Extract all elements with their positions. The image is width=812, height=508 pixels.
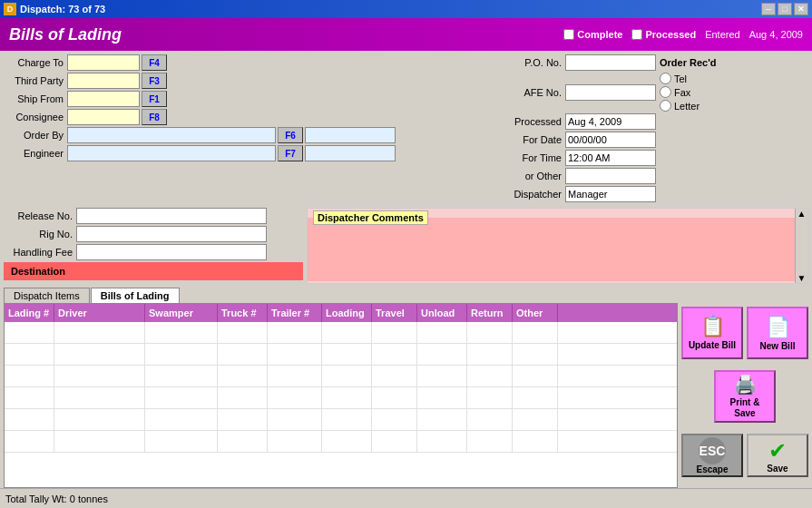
processed-checkbox[interactable] [631,29,642,40]
tel-radio[interactable] [660,73,671,84]
po-no-input[interactable] [565,54,656,71]
cell-loading [322,409,372,430]
cell-truck [218,322,268,343]
scrollbar-up-icon[interactable]: ▲ [796,209,807,219]
table-section: Lading # Driver Swamper Truck # Trailer … [0,303,812,488]
col-header-travel: Travel [372,304,417,322]
scrollbar-down-icon[interactable]: ▼ [796,273,807,283]
letter-radio[interactable] [660,100,671,112]
right-buttons: 📋 Update Bill 📄 New Bill 🖨️ Print & Save… [681,303,808,488]
maximize-button[interactable]: □ [778,3,792,15]
charge-to-f4-button[interactable]: F4 [142,54,167,71]
handling-fee-input[interactable] [76,244,267,260]
order-by-label: Order By [4,130,67,141]
consignee-label: Consignee [4,112,67,122]
cell-other [513,322,558,343]
col-header-trailer: Trailer # [268,304,322,322]
letter-radio-row[interactable]: Letter [660,100,699,112]
bills-table: Lading # Driver Swamper Truck # Trailer … [4,303,678,488]
third-party-f3-button[interactable]: F3 [142,73,167,89]
cell-truck [218,431,268,452]
for-time-input[interactable] [565,150,656,166]
tab-bills-of-lading[interactable]: Bills of Lading [91,288,180,303]
page-title: Bills of Lading [9,25,122,44]
app-icon: D [4,3,16,15]
col-header-lading: Lading # [5,304,54,322]
processed-right-label: Processed [497,116,565,127]
form-section: Charge To F4 Third Party F3 Ship From F1 [0,51,812,206]
table-row [5,366,677,387]
escape-button[interactable]: ESC Escape [681,434,743,477]
close-button[interactable]: ✕ [794,3,808,15]
cell-loading [322,322,372,343]
or-other-input[interactable] [565,168,656,184]
new-bill-button[interactable]: 📄 New Bill [747,307,808,359]
tab-dispatch-items[interactable]: Dispatch Items [4,288,90,303]
cell-lading [5,409,54,430]
cell-trailer [268,366,322,386]
cell-lading [5,431,54,452]
processed-input[interactable] [565,113,656,130]
rig-no-input[interactable] [76,226,267,242]
dispatcher-input[interactable] [565,186,656,202]
table-header: Lading # Driver Swamper Truck # Trailer … [5,304,677,322]
dispatcher-comments-textarea[interactable] [308,218,807,281]
middle-section: Release No. Rig No. Handling Fee Destina… [0,206,812,286]
for-date-input[interactable] [565,132,656,148]
for-date-label: For Date [497,134,565,145]
ship-from-f1-button[interactable]: F1 [142,91,167,107]
consignee-f8-button[interactable]: F8 [142,109,167,125]
cell-return [467,431,513,452]
tel-radio-row[interactable]: Tel [660,73,699,84]
cell-unload [417,322,467,343]
save-button[interactable]: ✔ Save [747,434,808,477]
table-row [5,409,677,431]
table-row [5,322,677,344]
cell-travel [372,322,417,343]
processed-label: Processed [645,29,696,40]
destination-field[interactable]: Destination [4,262,303,280]
consignee-input[interactable] [67,109,140,125]
cell-driver [54,322,145,343]
cell-unload [417,387,467,408]
complete-checkbox[interactable] [563,29,574,40]
ship-from-input[interactable] [67,91,140,107]
print-save-button[interactable]: 🖨️ Print & Save [714,370,776,423]
minimize-button[interactable]: ─ [761,3,776,15]
order-by-input[interactable] [67,127,276,143]
table-row [5,344,677,366]
third-party-input[interactable] [67,73,140,89]
cell-return [467,409,513,430]
charge-to-input[interactable] [67,54,140,71]
fax-radio-row[interactable]: Fax [660,86,699,98]
cell-other [513,344,558,365]
order-recvd-radio-group: Tel Fax Letter [660,73,699,112]
cell-swamper [145,409,218,430]
engineer-input[interactable] [67,145,276,161]
cell-other [513,431,558,452]
col-header-driver: Driver [54,304,145,322]
cell-truck [218,387,268,408]
dispatcher-comments-label: Dispatcher Comments [313,210,428,225]
letter-label: Letter [674,101,699,112]
engineer-input2[interactable] [305,145,396,161]
fax-radio[interactable] [660,86,671,98]
cell-trailer [268,344,322,365]
release-no-label: Release No. [4,210,76,221]
engineer-f7-button[interactable]: F7 [278,145,303,161]
cell-driver [54,366,145,386]
cell-other [513,387,558,408]
cell-swamper [145,322,218,343]
cell-swamper [145,387,218,408]
update-bill-button[interactable]: 📋 Update Bill [681,307,743,359]
order-by-input2[interactable] [305,127,396,143]
cell-return [467,387,513,408]
order-by-f6-button[interactable]: F6 [278,127,303,143]
escape-label: Escape [696,464,728,474]
cell-truck [218,366,268,386]
cell-travel [372,431,417,452]
cell-trailer [268,409,322,430]
release-no-input[interactable] [76,208,267,224]
afe-no-input[interactable] [565,84,656,101]
cell-loading [322,366,372,386]
